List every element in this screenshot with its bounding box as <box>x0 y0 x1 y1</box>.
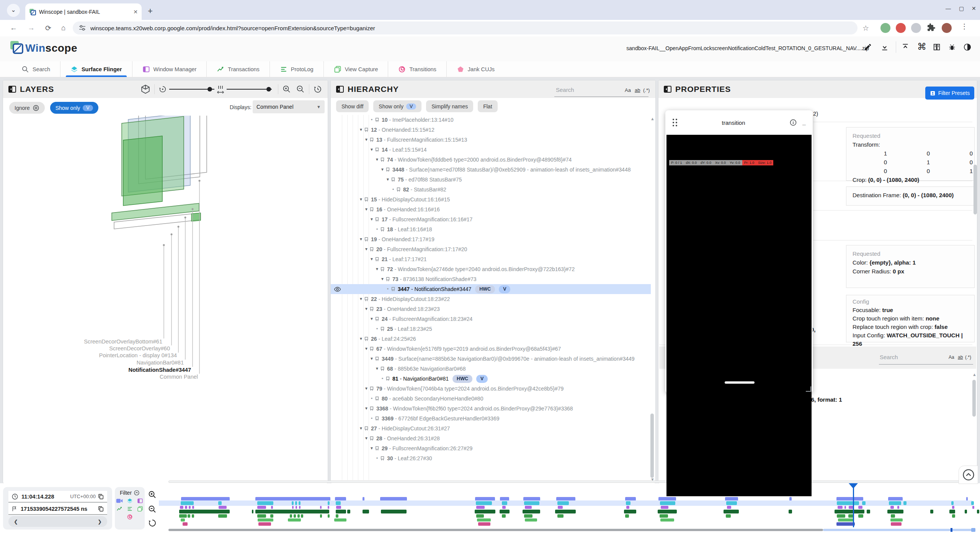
transactions-event[interactable] <box>789 510 792 513</box>
collapse-circle-icon[interactable] <box>134 490 140 496</box>
regex-icon[interactable]: (.*) <box>643 87 650 93</box>
filter-protolog-icon[interactable] <box>126 506 133 512</box>
window-manager-event[interactable] <box>219 506 227 509</box>
surface-flinger-event[interactable] <box>626 501 630 505</box>
window-manager-event[interactable] <box>626 506 629 509</box>
protolog-event[interactable] <box>837 514 845 518</box>
transactions-event[interactable] <box>867 510 870 513</box>
forward-icon[interactable]: → <box>28 24 35 32</box>
protolog-event[interactable] <box>179 514 187 518</box>
tree-row[interactable]: ▼21 - Leaf:17:17#21 <box>331 254 651 264</box>
protolog-event[interactable] <box>218 514 227 518</box>
tree-row[interactable]: ▼20 - FullscreenMagnification:17:17#20 <box>331 244 651 254</box>
protolog-event[interactable] <box>270 514 273 518</box>
filter-surface-flinger-icon[interactable] <box>126 498 133 504</box>
ns-timestamp-value[interactable]: 1715339054227572545 ns <box>21 506 98 512</box>
surface-flinger-event[interactable] <box>299 501 301 505</box>
nav-tab-window-manager[interactable]: Window Manager <box>132 61 207 77</box>
view-capture-event[interactable] <box>334 518 346 522</box>
close-tab-icon[interactable]: ✕ <box>133 9 138 15</box>
window-manager-event[interactable] <box>336 506 341 509</box>
tree-row[interactable]: •30 - Leaf:26:27#30 <box>331 453 651 463</box>
show-only-v-chip[interactable]: Show onlyV <box>373 100 421 112</box>
expand-arrow-icon[interactable]: ▼ <box>369 354 375 364</box>
tree-row[interactable]: ▼26 - Leaf:24:25#26 <box>331 334 651 344</box>
hierarchy-scrollbar[interactable] <box>650 414 654 478</box>
tree-row[interactable]: •10 - ImePlaceholder:13:14#10 <box>331 115 651 125</box>
tree-row[interactable]: •81 - NavigationBar0#81HWCV <box>331 374 651 384</box>
tree-row[interactable]: •18 - Leaf:16:16#18 <box>331 224 651 234</box>
displays-select[interactable]: Common Panel ▼ <box>253 100 325 113</box>
home-icon[interactable]: ⌂ <box>61 24 65 32</box>
nav-tab-jank-cujs[interactable]: Jank CUJs <box>446 61 505 77</box>
view-capture-event[interactable] <box>181 518 185 522</box>
filter-window-manager-icon[interactable] <box>137 498 144 504</box>
window-manager-event[interactable] <box>838 506 843 509</box>
expand-arrow-icon[interactable]: ▼ <box>369 214 375 224</box>
protolog-event[interactable] <box>328 514 330 518</box>
window-manager-event[interactable] <box>525 506 532 509</box>
view-capture-event[interactable] <box>660 518 674 522</box>
filter-transactions-icon[interactable] <box>116 506 123 512</box>
expand-arrow-icon[interactable]: ▼ <box>358 294 364 304</box>
transactions-event[interactable] <box>255 510 329 513</box>
transactions-event[interactable] <box>949 510 955 513</box>
report-bug-icon[interactable] <box>948 43 956 51</box>
tree-row[interactable]: •82 - StatusBar#82 <box>331 185 651 195</box>
match-word-icon[interactable]: ab <box>958 355 963 360</box>
expand-arrow-icon[interactable]: ▼ <box>385 175 391 185</box>
window-manager-event[interactable] <box>952 506 954 509</box>
filter-view-capture-icon[interactable] <box>137 506 144 512</box>
transitions-event[interactable] <box>258 522 271 526</box>
shortcuts-icon[interactable]: ⌘ <box>917 41 926 52</box>
extensions-puzzle-icon[interactable] <box>926 23 936 32</box>
transactions-event[interactable] <box>363 510 369 513</box>
properties-tree-scrollbar[interactable] <box>972 380 976 417</box>
protolog-event[interactable] <box>891 514 895 518</box>
filter-screen-recording-icon[interactable] <box>116 498 123 504</box>
view-capture-event[interactable] <box>288 518 301 522</box>
window-manager-event[interactable] <box>328 506 329 509</box>
filter-transitions-icon[interactable] <box>126 514 133 520</box>
transactions-event[interactable] <box>179 510 230 513</box>
layers-3d-view[interactable]: ScreenDecorOverlayBottom#61 ScreenDecorO… <box>3 116 328 482</box>
info-icon[interactable] <box>789 119 797 126</box>
site-settings-icon[interactable] <box>79 25 86 31</box>
tree-row[interactable]: •3447 - NotificationShade#3447HWCV <box>331 284 651 294</box>
tree-row[interactable]: ▼17 - FullscreenMagnification:16:16#17 <box>331 214 651 224</box>
transactions-event[interactable] <box>500 510 510 513</box>
view-capture-event[interactable] <box>890 518 903 522</box>
expand-arrow-icon[interactable]: ▼ <box>369 145 375 155</box>
protolog-event[interactable] <box>188 514 190 518</box>
flat-chip[interactable]: Flat <box>478 100 497 112</box>
expand-arrow-icon[interactable]: ▼ <box>379 165 385 175</box>
expand-arrow-icon[interactable]: ▼ <box>358 334 364 344</box>
next-frame-icon[interactable]: ❯ <box>98 519 102 525</box>
surface-flinger-event[interactable] <box>476 501 492 505</box>
protolog-event[interactable] <box>660 514 668 518</box>
browser-tab[interactable]: Winscope | sandbox-FAIL ✕ <box>25 3 142 20</box>
transactions-event[interactable] <box>930 510 933 513</box>
transition-overlay-card[interactable]: transition _ P: 0 / 1dX: 0.0dY: 0.0Xv: 0… <box>665 110 813 393</box>
surface-flinger-event[interactable] <box>903 501 906 505</box>
match-case-icon[interactable]: Aa <box>625 87 631 93</box>
expand-arrow-icon[interactable]: ▼ <box>369 314 375 324</box>
drag-handle-icon[interactable] <box>672 118 678 127</box>
match-case-icon[interactable]: Aa <box>949 355 954 360</box>
transactions-event[interactable] <box>381 510 407 513</box>
minimap-end-handle[interactable] <box>971 528 975 532</box>
tree-row[interactable]: ▼14 - Leaf:15:15#14 <box>331 145 651 155</box>
scroll-up-icon[interactable]: ▲ <box>650 116 655 121</box>
window-manager-event[interactable] <box>192 506 194 509</box>
expand-arrow-icon[interactable]: ▼ <box>363 384 369 394</box>
window-manager-event[interactable] <box>897 506 899 509</box>
surface-flinger-event[interactable] <box>660 501 675 505</box>
surface-flinger-event[interactable] <box>181 501 194 505</box>
transitions-event[interactable] <box>478 522 490 526</box>
tree-row[interactable]: ▼72 - WindowToken{a2746de type=2040 andr… <box>331 264 651 274</box>
window-manager-event[interactable] <box>299 506 301 509</box>
window-manager-event[interactable] <box>844 506 846 509</box>
tree-row[interactable]: ▼13 - FullscreenMagnification:15:15#13 <box>331 135 651 145</box>
tree-row[interactable]: ▼28 - OneHanded:26:31#28 <box>331 433 651 443</box>
new-tab-button[interactable]: + <box>148 6 153 16</box>
